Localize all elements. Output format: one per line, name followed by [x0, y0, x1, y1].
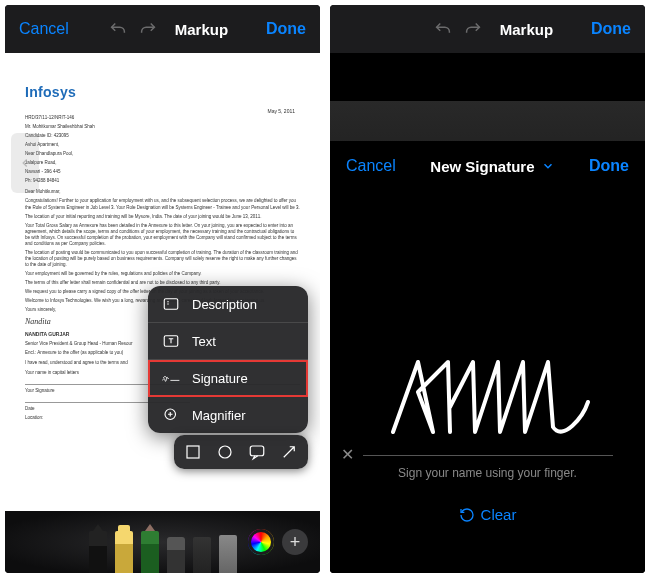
svg-point-4 [219, 446, 231, 458]
letter-date: May 5, 2011 [267, 108, 295, 115]
popup-item-signature[interactable]: Signature [148, 360, 308, 397]
dimmed-background [330, 101, 645, 141]
company-logo: Infosys [25, 83, 300, 102]
signature-canvas[interactable]: ✕ Sign your name using your finger. Clea… [330, 193, 645, 573]
done-button[interactable]: Done [591, 20, 631, 38]
shape-circle-icon[interactable] [214, 441, 236, 463]
lasso-tool[interactable] [193, 537, 211, 573]
screen-title: Markup [175, 21, 228, 38]
shape-speech-icon[interactable] [246, 441, 268, 463]
markup-screen-left: Cancel Markup Done Infosys May 5, 2011 H… [5, 5, 320, 573]
pen-tool[interactable] [89, 531, 107, 573]
topbar: Cancel Markup Done [330, 5, 645, 53]
eraser-tool[interactable] [167, 537, 185, 573]
shape-square-icon[interactable] [182, 441, 204, 463]
signature-screen-right: Cancel Markup Done Cancel New Signature … [330, 5, 645, 573]
document-viewport[interactable]: Infosys May 5, 2011 HRD/37/11-12/NRIT-14… [5, 53, 320, 511]
signature-baseline: ✕ [363, 455, 613, 456]
text-icon [162, 332, 180, 350]
back-chevron[interactable] [11, 133, 39, 193]
svg-rect-3 [187, 446, 199, 458]
undo-icon[interactable] [432, 18, 454, 40]
undo-icon[interactable] [107, 18, 129, 40]
popup-item-magnifier[interactable]: Magnifier [148, 397, 308, 433]
description-icon [162, 295, 180, 313]
add-button[interactable]: + [282, 529, 308, 555]
sheet-cancel-button[interactable]: Cancel [346, 157, 396, 175]
cancel-button[interactable]: Cancel [19, 20, 69, 38]
topbar: Cancel Markup Done [5, 5, 320, 53]
undo-clear-icon [459, 507, 475, 523]
marker-tool[interactable] [115, 531, 133, 573]
add-tool-popup: Description Text Signature Magnifier [148, 286, 308, 433]
signature-sheet: Cancel New Signature Done ✕ Sign your na… [330, 53, 645, 573]
done-button[interactable]: Done [266, 20, 306, 38]
redo-icon[interactable] [462, 18, 484, 40]
pencil-tool[interactable] [141, 531, 159, 573]
markup-toolbar: + [5, 511, 320, 573]
color-picker[interactable] [248, 529, 274, 555]
svg-rect-0 [164, 299, 178, 310]
shape-arrow-icon[interactable] [278, 441, 300, 463]
magnifier-icon [162, 406, 180, 424]
clear-x-icon[interactable]: ✕ [341, 445, 354, 464]
signature-hint: Sign your name using your finger. [398, 466, 577, 480]
sheet-title-dropdown[interactable]: New Signature [430, 158, 554, 175]
popup-item-description[interactable]: Description [148, 286, 308, 323]
redo-icon[interactable] [137, 18, 159, 40]
sheet-done-button[interactable]: Done [589, 157, 629, 175]
clear-button[interactable]: Clear [459, 506, 517, 523]
chevron-down-icon [541, 159, 555, 173]
ruler-tool[interactable] [219, 535, 237, 573]
shape-picker [174, 435, 308, 469]
sheet-header: Cancel New Signature Done [330, 143, 645, 189]
svg-rect-5 [250, 446, 264, 456]
signature-icon [162, 369, 180, 387]
screen-title: Markup [500, 21, 553, 38]
handwritten-signature [378, 347, 598, 447]
popup-item-text[interactable]: Text [148, 323, 308, 360]
